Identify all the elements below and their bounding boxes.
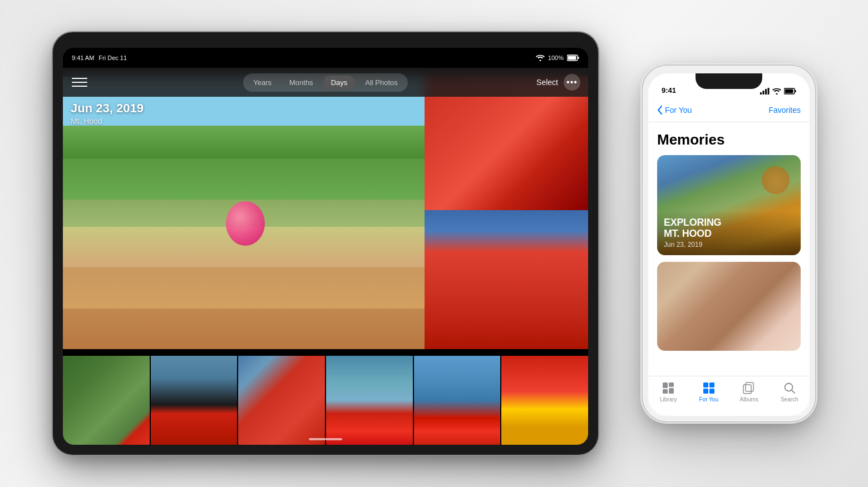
photo-top-right[interactable] — [425, 77, 588, 210]
photo-bottom-4[interactable] — [325, 356, 413, 445]
iphone-status-icons — [760, 88, 796, 95]
ipad-screen: 9:41 AM Fri Dec 11 100% — [63, 48, 588, 445]
tab-all-photos[interactable]: All Photos — [357, 76, 406, 90]
svg-rect-13 — [709, 382, 714, 387]
scene: 9:41 AM Fri Dec 11 100% — [0, 0, 868, 487]
photo-mid-right[interactable] — [425, 210, 588, 349]
photo-bottom-2[interactable] — [150, 356, 238, 445]
back-chevron-icon — [657, 106, 663, 115]
svg-rect-8 — [663, 389, 668, 394]
svg-rect-10 — [669, 382, 674, 387]
ipad-toolbar-right: Select ••• — [536, 74, 580, 91]
iphone-screen: 9:41 — [648, 73, 810, 416]
svg-rect-3 — [763, 91, 765, 95]
ipad-day: Fri Dec 11 — [98, 54, 127, 61]
iphone-notch — [696, 73, 762, 89]
tab-for-you[interactable]: For You — [692, 381, 726, 402]
memory-card-1-overlay: EXPLORINGMT. HOOD Jun 23, 2019 — [657, 211, 801, 255]
ipad-toolbar-left — [71, 75, 88, 90]
svg-rect-16 — [743, 385, 751, 394]
tab-albums[interactable]: Albums — [732, 381, 766, 402]
photo-bottom-3[interactable] — [237, 356, 325, 445]
library-icon — [661, 381, 675, 395]
memory-card-1-title: EXPLORINGMT. HOOD — [664, 217, 794, 240]
albums-icon — [742, 381, 756, 395]
back-button[interactable]: For You — [657, 106, 692, 115]
svg-rect-14 — [703, 389, 708, 394]
photo-bottom-row — [63, 356, 588, 445]
svg-rect-2 — [760, 92, 762, 95]
memory-person-element — [762, 166, 790, 194]
iphone-battery-icon — [784, 88, 796, 95]
tab-years[interactable]: Years — [245, 76, 279, 90]
svg-rect-17 — [746, 382, 753, 391]
tab-days[interactable]: Days — [323, 76, 356, 90]
memory-card-2[interactable] — [657, 262, 801, 351]
battery-icon — [567, 54, 579, 61]
toolbar-tabs: Years Months Days All Photos — [243, 73, 408, 92]
wifi-icon — [536, 54, 545, 61]
photo-bottom-1[interactable] — [63, 356, 150, 445]
iphone-body: 9:41 — [643, 66, 815, 421]
iphone-wifi-icon — [772, 88, 781, 95]
svg-rect-1 — [568, 56, 576, 60]
svg-rect-9 — [663, 382, 668, 388]
iphone-tab-bar: Library For You — [648, 376, 810, 416]
svg-rect-4 — [765, 89, 767, 95]
photo-bottom-6[interactable] — [500, 356, 588, 445]
iphone-device: 9:41 — [643, 66, 815, 421]
ipad-status-left: 9:41 AM Fri Dec 11 — [72, 54, 127, 61]
battery-text: 100% — [548, 54, 564, 61]
tab-for-you-label: For You — [699, 396, 718, 402]
back-label: For You — [665, 106, 692, 115]
tab-search-label: Search — [781, 396, 798, 402]
date-title: Jun 23, 2019 — [71, 101, 144, 116]
tab-search[interactable]: Search — [773, 381, 806, 402]
memory-card-2-image — [657, 262, 801, 351]
tab-months[interactable]: Months — [282, 76, 321, 90]
sidebar-toggle-button[interactable] — [71, 75, 88, 90]
memory-card-1-date: Jun 23, 2019 — [664, 241, 794, 249]
memory-card-1[interactable]: EXPLORINGMT. HOOD Jun 23, 2019 — [657, 155, 801, 255]
select-button[interactable]: Select — [536, 78, 558, 87]
iphone-content: Memories EXPLORINGMT. HOOD Jun 23, 2019 — [648, 122, 810, 351]
tab-library[interactable]: Library — [652, 381, 685, 402]
ipad-toolbar: Years Months Days All Photos Select ••• — [63, 68, 588, 97]
iphone-nav-bar: For You Favorites — [648, 98, 810, 122]
ipad-body: 9:41 AM Fri Dec 11 100% — [53, 32, 598, 455]
more-button[interactable]: ••• — [564, 74, 580, 91]
for-you-icon — [702, 381, 716, 395]
search-icon — [782, 381, 797, 395]
photo-bottom-5[interactable] — [413, 356, 501, 445]
ipad-time: 9:41 AM — [72, 54, 94, 61]
svg-rect-12 — [703, 382, 708, 387]
balloon-photo-element — [226, 201, 265, 246]
ipad-status-right: 100% — [536, 54, 579, 61]
iphone-time: 9:41 — [662, 86, 676, 95]
svg-rect-11 — [669, 388, 674, 394]
more-icon: ••• — [566, 77, 578, 87]
ipad-date-overlay: Jun 23, 2019 Mt. Hood — [71, 101, 144, 126]
svg-rect-15 — [709, 389, 714, 394]
memory-card-1-image: EXPLORINGMT. HOOD Jun 23, 2019 — [657, 155, 801, 255]
tab-library-label: Library — [660, 396, 677, 402]
signal-icon — [760, 88, 770, 95]
tab-albums-label: Albums — [740, 396, 758, 402]
svg-rect-7 — [785, 90, 793, 93]
favorites-button[interactable]: Favorites — [768, 106, 801, 115]
svg-rect-5 — [768, 88, 770, 95]
memories-title: Memories — [657, 131, 801, 148]
ipad-status-bar: 9:41 AM Fri Dec 11 100% — [63, 48, 588, 68]
date-location: Mt. Hood — [71, 117, 144, 126]
scroll-indicator — [309, 438, 342, 440]
ipad-device: 9:41 AM Fri Dec 11 100% — [53, 32, 598, 455]
